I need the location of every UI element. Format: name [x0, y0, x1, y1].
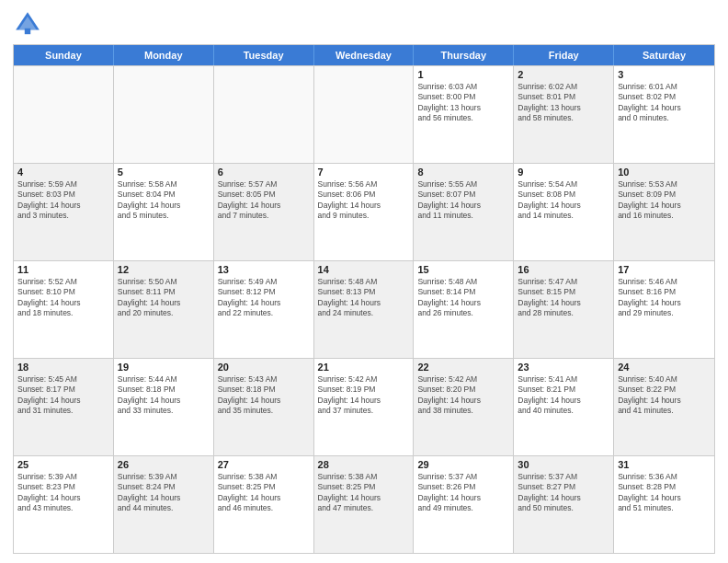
- calendar-cell: 5Sunrise: 5:58 AM Sunset: 8:04 PM Daylig…: [114, 164, 214, 260]
- calendar-row: 4Sunrise: 5:59 AM Sunset: 8:03 PM Daylig…: [14, 163, 714, 260]
- calendar-header-cell: Wednesday: [314, 45, 415, 65]
- day-detail: Sunrise: 5:48 AM Sunset: 8:13 PM Dayligh…: [318, 277, 410, 319]
- calendar-header-cell: Monday: [114, 45, 214, 65]
- day-number: 31: [618, 459, 711, 470]
- calendar-row: 1Sunrise: 6:03 AM Sunset: 8:00 PM Daylig…: [14, 65, 714, 163]
- calendar-header-cell: Sunday: [14, 45, 114, 65]
- calendar-cell: 17Sunrise: 5:46 AM Sunset: 8:16 PM Dayli…: [614, 261, 714, 358]
- day-number: 21: [318, 362, 410, 373]
- calendar-cell: 16Sunrise: 5:47 AM Sunset: 8:15 PM Dayli…: [514, 261, 614, 358]
- day-detail: Sunrise: 5:58 AM Sunset: 8:04 PM Dayligh…: [118, 179, 210, 222]
- calendar-cell: [114, 66, 214, 163]
- calendar-cell: 31Sunrise: 5:36 AM Sunset: 8:28 PM Dayli…: [614, 456, 714, 553]
- day-number: 6: [218, 167, 310, 178]
- calendar-cell: [214, 66, 314, 163]
- day-number: 11: [17, 264, 109, 275]
- calendar-cell: 28Sunrise: 5:38 AM Sunset: 8:25 PM Dayli…: [314, 456, 415, 553]
- calendar-row: 25Sunrise: 5:39 AM Sunset: 8:23 PM Dayli…: [14, 455, 714, 553]
- day-detail: Sunrise: 5:55 AM Sunset: 8:07 PM Dayligh…: [417, 179, 509, 222]
- day-detail: Sunrise: 5:47 AM Sunset: 8:15 PM Dayligh…: [518, 277, 609, 319]
- calendar-cell: 3Sunrise: 6:01 AM Sunset: 8:02 PM Daylig…: [614, 66, 714, 163]
- day-number: 28: [318, 459, 410, 470]
- calendar-cell: 20Sunrise: 5:43 AM Sunset: 8:18 PM Dayli…: [214, 359, 314, 455]
- calendar-cell: 19Sunrise: 5:44 AM Sunset: 8:18 PM Dayli…: [114, 359, 214, 455]
- day-detail: Sunrise: 5:42 AM Sunset: 8:19 PM Dayligh…: [318, 374, 410, 417]
- day-number: 2: [518, 69, 609, 80]
- logo-icon: [13, 9, 42, 39]
- day-number: 13: [218, 264, 310, 275]
- day-number: 30: [518, 459, 609, 470]
- day-number: 3: [618, 69, 711, 80]
- calendar-cell: 9Sunrise: 5:54 AM Sunset: 8:08 PM Daylig…: [514, 164, 614, 260]
- day-detail: Sunrise: 5:39 AM Sunset: 8:23 PM Dayligh…: [17, 472, 109, 514]
- day-number: 12: [118, 264, 210, 275]
- day-number: 26: [118, 459, 210, 470]
- day-number: 22: [417, 362, 509, 373]
- day-detail: Sunrise: 5:38 AM Sunset: 8:25 PM Dayligh…: [218, 472, 310, 514]
- day-detail: Sunrise: 6:01 AM Sunset: 8:02 PM Dayligh…: [618, 82, 711, 124]
- day-number: 24: [618, 362, 711, 373]
- day-number: 27: [218, 459, 310, 470]
- day-number: 17: [618, 264, 711, 275]
- day-detail: Sunrise: 5:42 AM Sunset: 8:20 PM Dayligh…: [417, 374, 509, 417]
- logo: [13, 9, 46, 39]
- day-number: 9: [518, 167, 609, 178]
- calendar-cell: 26Sunrise: 5:39 AM Sunset: 8:24 PM Dayli…: [114, 456, 214, 553]
- day-number: 16: [518, 264, 609, 275]
- day-number: 7: [318, 167, 410, 178]
- calendar-row: 18Sunrise: 5:45 AM Sunset: 8:17 PM Dayli…: [14, 358, 714, 455]
- day-number: 4: [17, 167, 109, 178]
- calendar-cell: 29Sunrise: 5:37 AM Sunset: 8:26 PM Dayli…: [414, 456, 514, 553]
- day-number: 1: [417, 69, 509, 80]
- calendar-header-cell: Friday: [514, 45, 614, 65]
- day-detail: Sunrise: 5:45 AM Sunset: 8:17 PM Dayligh…: [17, 374, 109, 417]
- day-number: 19: [118, 362, 210, 373]
- day-detail: Sunrise: 5:56 AM Sunset: 8:06 PM Dayligh…: [318, 179, 410, 222]
- calendar-cell: 18Sunrise: 5:45 AM Sunset: 8:17 PM Dayli…: [14, 359, 114, 455]
- day-detail: Sunrise: 5:57 AM Sunset: 8:05 PM Dayligh…: [218, 179, 310, 222]
- calendar-header-cell: Thursday: [414, 45, 514, 65]
- day-detail: Sunrise: 5:40 AM Sunset: 8:22 PM Dayligh…: [618, 374, 711, 417]
- calendar-cell: 21Sunrise: 5:42 AM Sunset: 8:19 PM Dayli…: [314, 359, 415, 455]
- day-detail: Sunrise: 5:59 AM Sunset: 8:03 PM Dayligh…: [17, 179, 109, 222]
- calendar-cell: 15Sunrise: 5:48 AM Sunset: 8:14 PM Dayli…: [414, 261, 514, 358]
- calendar-cell: 13Sunrise: 5:49 AM Sunset: 8:12 PM Dayli…: [214, 261, 314, 358]
- calendar-cell: 24Sunrise: 5:40 AM Sunset: 8:22 PM Dayli…: [614, 359, 714, 455]
- calendar-cell: 1Sunrise: 6:03 AM Sunset: 8:00 PM Daylig…: [414, 66, 514, 163]
- calendar-header: SundayMondayTuesdayWednesdayThursdayFrid…: [14, 45, 714, 65]
- day-number: 10: [618, 167, 711, 178]
- day-number: 18: [17, 362, 109, 373]
- day-detail: Sunrise: 5:36 AM Sunset: 8:28 PM Dayligh…: [618, 472, 711, 514]
- day-detail: Sunrise: 5:46 AM Sunset: 8:16 PM Dayligh…: [618, 277, 711, 319]
- day-number: 29: [417, 459, 509, 470]
- calendar-cell: 12Sunrise: 5:50 AM Sunset: 8:11 PM Dayli…: [114, 261, 214, 358]
- calendar-cell: 25Sunrise: 5:39 AM Sunset: 8:23 PM Dayli…: [14, 456, 114, 553]
- calendar-cell: 27Sunrise: 5:38 AM Sunset: 8:25 PM Dayli…: [214, 456, 314, 553]
- calendar-cell: 14Sunrise: 5:48 AM Sunset: 8:13 PM Dayli…: [314, 261, 415, 358]
- day-detail: Sunrise: 5:43 AM Sunset: 8:18 PM Dayligh…: [218, 374, 310, 417]
- svg-rect-2: [25, 29, 30, 34]
- calendar-header-cell: Tuesday: [214, 45, 314, 65]
- calendar-cell: 30Sunrise: 5:37 AM Sunset: 8:27 PM Dayli…: [514, 456, 614, 553]
- day-number: 15: [417, 264, 509, 275]
- calendar: SundayMondayTuesdayWednesdayThursdayFrid…: [13, 44, 715, 554]
- day-detail: Sunrise: 5:49 AM Sunset: 8:12 PM Dayligh…: [218, 277, 310, 319]
- day-detail: Sunrise: 5:44 AM Sunset: 8:18 PM Dayligh…: [118, 374, 210, 417]
- day-detail: Sunrise: 5:54 AM Sunset: 8:08 PM Dayligh…: [518, 179, 609, 222]
- day-number: 14: [318, 264, 410, 275]
- calendar-cell: 7Sunrise: 5:56 AM Sunset: 8:06 PM Daylig…: [314, 164, 415, 260]
- day-number: 20: [218, 362, 310, 373]
- day-detail: Sunrise: 5:53 AM Sunset: 8:09 PM Dayligh…: [618, 179, 711, 222]
- calendar-cell: 2Sunrise: 6:02 AM Sunset: 8:01 PM Daylig…: [514, 66, 614, 163]
- page: SundayMondayTuesdayWednesdayThursdayFrid…: [0, 0, 728, 563]
- day-detail: Sunrise: 5:50 AM Sunset: 8:11 PM Dayligh…: [118, 277, 210, 319]
- calendar-cell: 6Sunrise: 5:57 AM Sunset: 8:05 PM Daylig…: [214, 164, 314, 260]
- calendar-cell: 8Sunrise: 5:55 AM Sunset: 8:07 PM Daylig…: [414, 164, 514, 260]
- day-detail: Sunrise: 5:37 AM Sunset: 8:26 PM Dayligh…: [417, 472, 509, 514]
- day-detail: Sunrise: 5:52 AM Sunset: 8:10 PM Dayligh…: [17, 277, 109, 319]
- calendar-cell: 22Sunrise: 5:42 AM Sunset: 8:20 PM Dayli…: [414, 359, 514, 455]
- day-detail: Sunrise: 6:03 AM Sunset: 8:00 PM Dayligh…: [417, 82, 509, 124]
- calendar-cell: 10Sunrise: 5:53 AM Sunset: 8:09 PM Dayli…: [614, 164, 714, 260]
- calendar-cell: 4Sunrise: 5:59 AM Sunset: 8:03 PM Daylig…: [14, 164, 114, 260]
- day-detail: Sunrise: 5:48 AM Sunset: 8:14 PM Dayligh…: [417, 277, 509, 319]
